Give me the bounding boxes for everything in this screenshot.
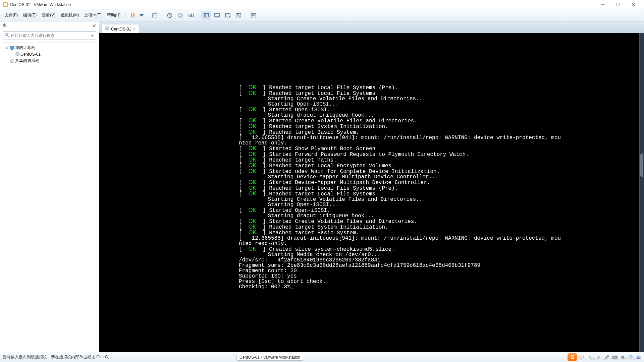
view-unity-button[interactable] [234,11,243,20]
snapshot-take-button[interactable] [165,11,174,20]
titlebar: CentOS-01 - VMware Workstation [0,0,644,9]
search-icon [4,33,9,39]
menu-edit[interactable]: 编辑(E) [20,11,39,19]
library-sidebar: 库 ✕ ▼ ⊟ 我的计算机 CentOS-01 [0,21,99,352]
svg-rect-17 [215,16,219,17]
view-stretch-button[interactable] [223,11,232,20]
power-dropdown[interactable] [139,11,144,20]
app-icon [3,2,8,7]
menu-vm[interactable]: 虚拟机(M) [58,11,82,19]
shared-icon [9,59,15,63]
menu-help[interactable]: 帮助(H) [104,11,123,19]
window-title: CentOS-01 - VMware Workstation [10,2,71,7]
console-scrollbar[interactable] [639,33,644,352]
vm-console[interactable]: [ OK ] Reached target Local File Systems… [99,33,644,352]
console-output: [ OK ] Reached target Local File Systems… [239,85,561,290]
snapshot-revert-button[interactable] [176,11,185,20]
svg-rect-1 [4,3,7,6]
menu-file[interactable]: 文件(F) [2,11,20,19]
library-tree: ⊟ 我的计算机 CentOS-01 共享的虚拟机 [3,43,96,349]
minimize-button[interactable] [595,0,610,9]
scrollbar-thumb[interactable] [640,154,643,177]
tree-node-shared[interactable]: 共享的虚拟机 [4,57,95,64]
menubar: 文件(F) 编辑(E) 查看(V) 虚拟机(M) 选项卡(T) 帮助(H) [0,9,644,21]
tree-node-my-computer[interactable]: ⊟ 我的计算机 [4,44,95,51]
svg-line-20 [237,14,240,17]
svg-rect-32 [105,27,108,29]
maximize-button[interactable] [610,0,626,9]
svg-line-24 [7,36,9,37]
search-input[interactable] [10,33,90,38]
close-library-button[interactable]: ✕ [92,23,96,28]
search-dropdown-icon[interactable]: ▼ [90,34,95,38]
svg-rect-25 [10,46,14,49]
status-message: 要将输入定向到该虚拟机，请在虚拟机内部单击或按 Ctrl+G。 [0,354,112,360]
fullscreen-button[interactable] [249,11,258,20]
svg-rect-8 [152,14,157,17]
svg-point-23 [5,33,8,36]
svg-point-30 [11,61,12,63]
view-console-button[interactable] [202,11,211,20]
tab-vm-icon [104,26,109,32]
menu-view[interactable]: 查看(V) [39,11,58,19]
svg-rect-15 [204,13,206,17]
tree-label: 共享的虚拟机 [15,58,39,64]
view-thumbnail-button[interactable] [212,11,222,20]
svg-rect-3 [617,3,620,6]
tab-close-button[interactable]: × [133,27,136,31]
suspend-button[interactable] [128,11,138,20]
vm-icon [14,52,20,57]
tabstrip: CentOS-01 × [99,21,644,33]
library-search[interactable]: ▼ [3,31,96,40]
statusbar: 要将输入定向到该虚拟机，请在虚拟机内部单击或按 Ctrl+G。 CentOS-0… [0,352,644,362]
tree-label: 我的计算机 [15,45,35,51]
tab-label: CentOS-01 [111,27,131,32]
svg-rect-26 [11,49,13,50]
svg-rect-22 [252,14,255,16]
send-ctrl-alt-del-button[interactable] [150,11,159,20]
menu-tabs[interactable]: 选项卡(T) [82,11,104,19]
svg-rect-7 [133,13,135,17]
client-area: CentOS-01 × [ OK ] Reached target Local … [99,21,644,352]
svg-rect-28 [16,53,19,55]
tree-label: CentOS-01 [20,52,41,57]
watermark: https://blog.csdn.net/qq_45193309 [579,357,641,361]
library-title: 库 [3,23,7,28]
svg-rect-6 [131,13,132,17]
close-button[interactable] [626,0,641,9]
ime-badge[interactable]: S [568,353,577,361]
workspace: 库 ✕ ▼ ⊟ 我的计算机 CentOS-01 [0,21,644,352]
tree-node-centos[interactable]: CentOS-01 [4,51,95,57]
computer-icon [9,46,15,50]
status-pill: CentOS-01 - VMware Workstation [236,354,303,361]
svg-point-13 [191,14,194,17]
tab-centos[interactable]: CentOS-01 × [101,24,140,33]
snapshot-manager-button[interactable] [186,11,196,20]
